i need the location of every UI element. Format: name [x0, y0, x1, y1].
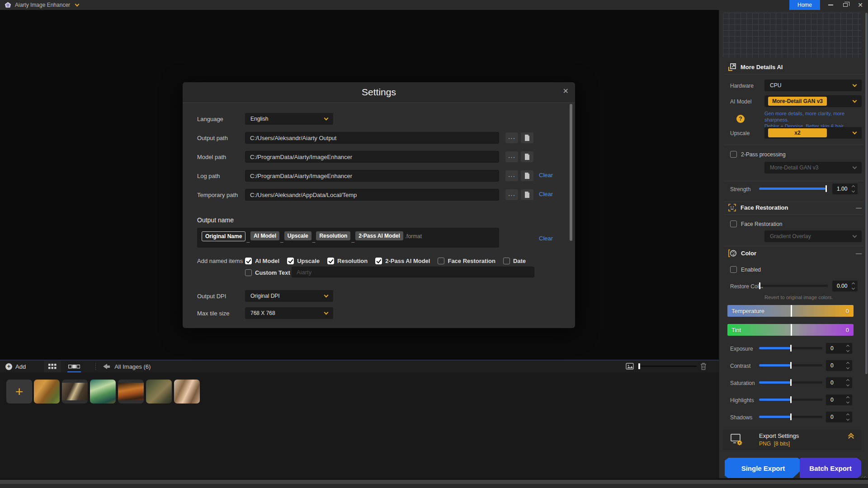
shadows-value[interactable]: 0	[826, 412, 852, 422]
checkbox[interactable]	[245, 258, 252, 264]
back-arrow-icon[interactable]	[103, 364, 110, 369]
checkbox[interactable]	[730, 221, 737, 227]
stepper[interactable]	[844, 380, 849, 386]
filmstrip-view-button[interactable]	[66, 361, 83, 372]
sidebar-scrollbar[interactable]	[865, 13, 868, 374]
slider-handle[interactable]	[759, 282, 760, 289]
output-name-clear-link[interactable]: Clear	[539, 235, 553, 242]
restore-color-slider[interactable]	[759, 285, 828, 287]
output-name-pattern-box[interactable]: Original Name _ AI Model _ Upscale _ Res…	[197, 228, 499, 248]
slider-handle[interactable]	[638, 363, 640, 369]
maximize-button[interactable]	[839, 0, 852, 10]
option-resolution[interactable]: Resolution	[327, 258, 368, 264]
ai-model-dropdown[interactable]: More-Detail GAN v3	[764, 95, 862, 107]
checkbox[interactable]	[730, 266, 737, 273]
slider-handle[interactable]	[791, 305, 792, 317]
temp-path-browse-button[interactable]: ···	[505, 189, 518, 200]
stepper[interactable]	[849, 186, 854, 192]
stepper[interactable]	[849, 283, 854, 289]
slider-handle[interactable]	[790, 362, 792, 369]
saturation-value[interactable]: 0	[826, 377, 852, 388]
exposure-value[interactable]: 0	[826, 343, 852, 354]
two-pass-checkbox-row[interactable]: 2-Pass processing	[730, 151, 786, 158]
shadows-slider[interactable]	[759, 416, 822, 418]
option-upscale[interactable]: Upscale	[287, 258, 320, 264]
dialog-scrollbar[interactable]	[570, 104, 572, 241]
log-path-input[interactable]	[245, 170, 499, 182]
thumbnail-size-slider[interactable]	[638, 366, 697, 367]
temp-path-folder-button[interactable]	[521, 189, 533, 200]
restore-color-value[interactable]: 0.00	[832, 281, 858, 291]
thumbnail-woman-portrait[interactable]	[174, 380, 200, 404]
upscale-dropdown[interactable]: x2	[764, 127, 862, 139]
highlights-value[interactable]: 0	[826, 394, 852, 405]
option-face-restoration[interactable]: Face Restoration	[438, 258, 495, 264]
strength-value[interactable]: 1.00	[832, 183, 858, 194]
option-2pass[interactable]: 2-Pass AI Model	[375, 258, 430, 264]
checkbox[interactable]	[503, 258, 510, 264]
temp-path-clear-link[interactable]: Clear	[539, 191, 553, 197]
slider-handle[interactable]	[826, 185, 827, 192]
name-chip-original-name[interactable]: Original Name	[202, 231, 245, 241]
collapse-icon[interactable]: —	[856, 250, 862, 257]
saturation-slider[interactable]	[759, 381, 822, 384]
output-path-browse-button[interactable]: ···	[505, 132, 518, 143]
checkbox[interactable]	[327, 258, 334, 264]
name-chip-ai-model[interactable]: AI Model	[250, 231, 279, 240]
option-custom-text[interactable]: Custom Text	[245, 269, 290, 276]
model-path-browse-button[interactable]: ···	[505, 151, 518, 162]
exposure-slider[interactable]	[759, 347, 822, 349]
thumbnail-tiger[interactable]	[34, 380, 60, 404]
thumbnail-burger[interactable]	[118, 380, 144, 404]
checkbox[interactable]	[245, 269, 252, 276]
checkbox[interactable]	[730, 151, 737, 158]
name-chip-2pass[interactable]: 2-Pass AI Model	[355, 231, 403, 240]
language-dropdown[interactable]: English	[245, 113, 333, 125]
horizontal-scrollbar[interactable]	[0, 480, 868, 484]
add-image-tile[interactable]: +	[6, 380, 32, 404]
output-path-input[interactable]	[245, 132, 499, 144]
export-settings-panel[interactable]: Export Settings PNG [8 bits]	[723, 430, 861, 450]
slider-handle[interactable]	[790, 396, 792, 403]
model-path-folder-button[interactable]	[521, 151, 533, 162]
expand-up-icon[interactable]	[849, 436, 853, 438]
stepper[interactable]	[844, 397, 849, 403]
thumbnail-butterfly[interactable]	[62, 380, 88, 404]
face-restoration-checkbox-row[interactable]: Face Restoration	[730, 221, 782, 227]
output-dpi-dropdown[interactable]: Original DPI	[245, 290, 333, 302]
name-chip-resolution[interactable]: Resolution	[316, 231, 350, 240]
trash-icon[interactable]	[700, 362, 707, 370]
slider-handle[interactable]	[790, 345, 792, 352]
custom-text-input[interactable]	[292, 267, 534, 277]
max-tile-dropdown[interactable]: 768 X 768	[245, 307, 333, 319]
temperature-slider[interactable]: Temperature 0	[727, 305, 854, 317]
color-enabled-checkbox-row[interactable]: Enabled	[730, 266, 761, 273]
name-chip-upscale[interactable]: Upscale	[284, 231, 311, 240]
thumbnail-terrarium-jar[interactable]	[90, 380, 116, 404]
stepper[interactable]	[844, 414, 849, 420]
log-path-folder-button[interactable]	[521, 170, 533, 181]
stepper[interactable]	[844, 362, 849, 369]
help-question-icon[interactable]: ?	[736, 115, 745, 123]
contrast-value[interactable]: 0	[826, 360, 852, 371]
window-close-button[interactable]: ✕	[854, 0, 867, 10]
hardware-dropdown[interactable]: CPU	[764, 80, 862, 91]
home-button[interactable]: Home	[789, 0, 820, 10]
log-path-browse-button[interactable]: ···	[505, 170, 518, 181]
model-path-input[interactable]	[245, 151, 499, 163]
slider-handle[interactable]	[791, 324, 792, 336]
grid-view-button[interactable]	[44, 361, 61, 372]
highlights-slider[interactable]	[759, 399, 822, 401]
collapse-icon[interactable]: —	[856, 204, 862, 211]
app-menu-chevron-icon[interactable]	[75, 2, 80, 6]
batch-export-button[interactable]: Batch Export	[800, 458, 861, 479]
option-ai-model[interactable]: AI Model	[245, 258, 279, 264]
option-date[interactable]: Date	[503, 258, 526, 264]
checkbox[interactable]	[438, 258, 444, 264]
slider-handle[interactable]	[790, 413, 792, 420]
thumbnail-armored-dog[interactable]	[146, 380, 172, 404]
strength-slider[interactable]	[759, 188, 828, 190]
checkbox[interactable]	[287, 258, 294, 264]
temp-path-input[interactable]	[245, 189, 499, 201]
output-path-folder-button[interactable]	[521, 132, 533, 143]
